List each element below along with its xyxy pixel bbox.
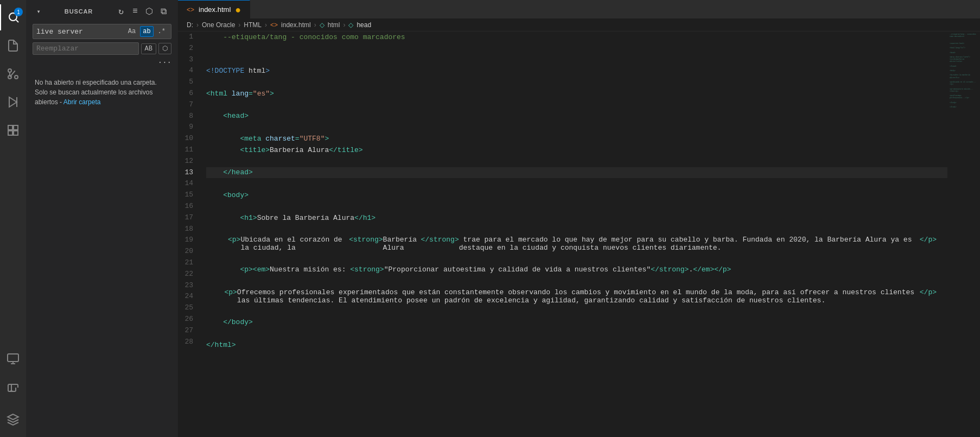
more-actions-button[interactable]: ··· <box>158 58 171 67</box>
code-content[interactable]: --etiqueta/tang - conocidos como marcado… <box>204 31 947 437</box>
code-line-14 <box>206 178 947 189</box>
tab-bar: <> index.html ● <box>178 0 980 19</box>
match-whole-word-button[interactable]: ab <box>140 26 153 37</box>
sidebar-actions: ↻ ≡ ⬡ ⧉ <box>115 5 169 17</box>
code-line-23: <p>Ofrecemos profesionales experimentado… <box>206 287 947 306</box>
code-line-1: --etiqueta/tang - conocidos como marcado… <box>206 31 947 43</box>
match-case-button[interactable]: Aa <box>126 27 138 36</box>
preserve-case-button[interactable]: ⬡ <box>158 43 171 54</box>
replace-input-container <box>33 42 139 55</box>
files-icon <box>7 39 20 52</box>
breadcrumb-head-tag[interactable]: head <box>357 21 371 29</box>
collapse-toggle[interactable]: ▾ <box>35 8 42 16</box>
breadcrumb-one-oracle[interactable]: One Oracle <box>202 21 235 29</box>
test-icon <box>7 383 20 396</box>
code-line-2 <box>206 43 947 54</box>
code-line-27: </html> <box>206 339 947 351</box>
code-line-11: <title>Barberia Alura</title> <box>206 144 947 156</box>
remote-icon <box>7 352 20 365</box>
replace-all-button[interactable]: AB <box>141 43 156 54</box>
code-line-10: <meta charset="UTF8"> <box>206 133 947 144</box>
open-folder-link[interactable]: Abrir carpeta <box>63 98 101 106</box>
svg-rect-11 <box>8 354 18 362</box>
breadcrumb-drive[interactable]: D: <box>187 21 193 29</box>
sidebar: ▾ BUSCAR ↻ ≡ ⬡ ⧉ Aa ab .* AB ⬡ <box>26 0 178 437</box>
refresh-button[interactable]: ↻ <box>115 5 127 17</box>
run-icon <box>7 96 20 109</box>
code-line-21: <p><em>Nuestra misión es: <strong>"Propo… <box>206 264 947 276</box>
code-line-8: <head> <box>206 111 947 122</box>
code-editor[interactable]: 1 2 3 4 5 6 7 8 9 10 11 12 13 14 15 16 1… <box>178 31 980 437</box>
svg-marker-5 <box>9 97 17 107</box>
replace-input[interactable] <box>36 45 135 53</box>
source-control-icon <box>7 67 20 80</box>
tab-index-html[interactable]: <> index.html ● <box>178 0 250 19</box>
code-line-22 <box>206 276 947 287</box>
extensions-icon <box>7 124 20 137</box>
tab-modified-dot: ● <box>235 5 241 15</box>
code-line-5 <box>206 77 947 88</box>
activity-bar-search[interactable]: 1 <box>0 4 26 30</box>
line-numbers: 1 2 3 4 5 6 7 8 9 10 11 12 13 14 15 16 1… <box>178 31 204 437</box>
search-badge: 1 <box>14 8 23 16</box>
tab-filename: index.html <box>199 5 231 14</box>
svg-rect-10 <box>14 131 18 135</box>
code-line-15: <body> <box>206 189 947 201</box>
sidebar-title: BUSCAR <box>65 8 93 15</box>
search-input[interactable] <box>36 28 124 36</box>
activity-bar-remote[interactable] <box>0 346 26 372</box>
activity-bar: 1 <box>0 0 26 437</box>
activity-bar-test[interactable] <box>0 376 26 402</box>
code-line-6: <html lang="es"> <box>206 88 947 99</box>
code-line-25: </body> <box>206 317 947 328</box>
code-line-18 <box>206 224 947 235</box>
sidebar-info: No ha abierto ni especificado una carpet… <box>26 71 178 113</box>
code-line-3 <box>206 54 947 66</box>
activity-bar-explorer[interactable] <box>0 33 26 59</box>
code-line-24 <box>206 306 947 317</box>
replace-row: AB ⬡ <box>33 42 171 55</box>
search-input-container: Aa ab .* <box>33 24 171 39</box>
clear-results-button[interactable]: ≡ <box>129 5 141 17</box>
code-line-7 <box>206 99 947 111</box>
tab-file-icon: <> <box>187 6 194 14</box>
code-line-26 <box>206 328 947 339</box>
use-regex-button[interactable]: .* <box>156 27 168 36</box>
activity-bar-run[interactable] <box>0 89 26 115</box>
minimap: --etiqueta/tang - conocidos como marcado… <box>947 31 980 437</box>
code-line-4: <!DOCTYPE html> <box>206 65 947 77</box>
activity-bar-deploy[interactable] <box>0 407 26 433</box>
breadcrumb-index-html[interactable]: index.html <box>281 21 311 29</box>
code-line-13: </head> <box>206 167 947 179</box>
code-line-12 <box>206 156 947 167</box>
editor-area: <> index.html ● D: › One Oracle › HTML ›… <box>178 0 980 437</box>
breadcrumb: D: › One Oracle › HTML › <> index.html ›… <box>178 19 980 31</box>
breadcrumb-html-tag[interactable]: html <box>328 21 340 29</box>
code-line-17: <h1>Sobre la Barbería Alura</h1> <box>206 212 947 224</box>
open-in-editor-button[interactable]: ⬡ <box>143 5 155 17</box>
sidebar-header: ▾ BUSCAR ↻ ≡ ⬡ ⧉ <box>26 0 178 22</box>
activity-bar-source-control[interactable] <box>0 61 26 87</box>
code-line-19: <p>Ubicada en el corazón de la ciudad, l… <box>206 235 947 253</box>
code-line-20 <box>206 253 947 264</box>
code-line-16 <box>206 201 947 212</box>
breadcrumb-html[interactable]: HTML <box>244 21 262 29</box>
collapse-all-button[interactable]: ⧉ <box>157 5 169 17</box>
svg-rect-9 <box>8 131 12 135</box>
svg-line-1 <box>16 20 18 22</box>
svg-point-2 <box>15 75 18 79</box>
svg-rect-7 <box>8 125 12 130</box>
code-line-28 <box>206 351 947 362</box>
svg-rect-8 <box>14 125 18 130</box>
search-box: Aa ab .* AB ⬡ ··· <box>26 22 178 71</box>
svg-point-3 <box>8 69 11 72</box>
code-line-9 <box>206 122 947 133</box>
activity-bar-extensions[interactable] <box>0 117 26 143</box>
deploy-icon <box>7 413 20 426</box>
